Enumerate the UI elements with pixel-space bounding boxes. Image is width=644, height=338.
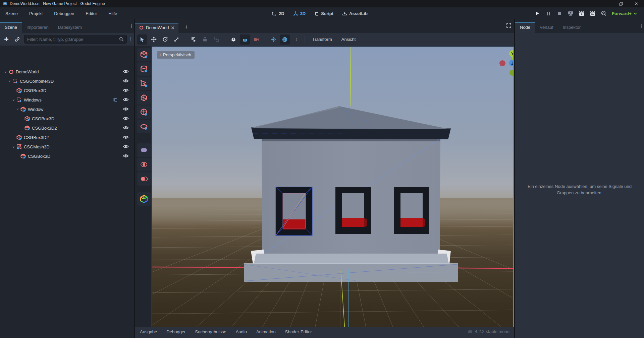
- visibility-eye-icon[interactable]: [123, 97, 129, 103]
- close-button[interactable]: ✕: [629, 0, 644, 7]
- visibility-eye-icon[interactable]: [123, 144, 129, 149]
- tree-row-csgbox3d-5[interactable]: CSGBox3D: [1, 114, 133, 123]
- movie-maker-button[interactable]: [600, 10, 607, 17]
- menu-szene[interactable]: Szene: [4, 10, 19, 17]
- bottom-tab-audio[interactable]: Audio: [236, 329, 247, 334]
- visibility-eye-icon[interactable]: [123, 153, 129, 159]
- expand-arrow[interactable]: ˅: [15, 108, 20, 111]
- menu-projekt[interactable]: Projekt: [28, 10, 44, 17]
- group-node-button[interactable]: [211, 35, 221, 45]
- csg-union-button[interactable]: [137, 143, 151, 157]
- main-viewport-column: DemoWorld ＋: [135, 19, 514, 338]
- move-tool-button[interactable]: [149, 35, 159, 45]
- play-scene-button[interactable]: [578, 10, 585, 17]
- workspace-3d-button[interactable]: 3D: [293, 11, 306, 16]
- bottom-tab-suchergebnisse[interactable]: Suchergebnisse: [195, 329, 226, 334]
- sun-environment-settings-icon[interactable]: ⁞: [291, 35, 301, 45]
- play-button[interactable]: [534, 10, 541, 17]
- visibility-eye-icon[interactable]: [123, 116, 129, 121]
- expand-arrow[interactable]: ˅: [11, 98, 16, 102]
- select-tool-button[interactable]: [137, 35, 147, 45]
- local-space-button[interactable]: [228, 35, 238, 45]
- expand-arrow[interactable]: ˅: [3, 70, 8, 74]
- scale-tool-button[interactable]: [171, 35, 181, 45]
- workspace-script-button[interactable]: Script: [314, 11, 333, 16]
- tree-row-csgbox3d2-6[interactable]: CSGBox3D2: [1, 123, 133, 133]
- visibility-eye-icon[interactable]: [123, 78, 129, 84]
- view-menu[interactable]: Ansicht: [337, 37, 360, 42]
- tab-importieren[interactable]: Importieren: [22, 22, 53, 33]
- tree-options-icon[interactable]: ⁞: [130, 37, 131, 42]
- tab-verlauf[interactable]: Verlauf: [535, 22, 558, 33]
- csg-intersection-button[interactable]: [137, 158, 151, 171]
- menu-debuggen[interactable]: Debuggen: [53, 10, 75, 17]
- tab-inspektor[interactable]: Inspektor: [558, 22, 585, 33]
- visibility-eye-icon[interactable]: [123, 125, 129, 131]
- lock-node-button[interactable]: [200, 35, 210, 45]
- combiner-icon: [16, 97, 22, 103]
- visibility-eye-icon[interactable]: [123, 135, 129, 140]
- stop-button[interactable]: [556, 10, 563, 17]
- bottom-tab-animation[interactable]: Animation: [256, 329, 276, 334]
- visibility-eye-icon[interactable]: [123, 69, 129, 74]
- perspective-menu[interactable]: ⁞ Perspektivisch: [157, 51, 195, 59]
- expand-arrow[interactable]: ˅: [7, 79, 12, 83]
- csg-mesh-button[interactable]: [137, 91, 151, 105]
- tree-row-windows-3[interactable]: ˅Windows: [1, 95, 133, 105]
- add-node-button[interactable]: ✚: [3, 36, 10, 43]
- camera-override-button[interactable]: [251, 35, 261, 45]
- tree-row-csgmesh3d-8[interactable]: ˅CSGMesh3D: [1, 142, 133, 151]
- script-attached-icon[interactable]: [113, 97, 118, 103]
- scene-filter-field[interactable]: [24, 35, 127, 44]
- rotate-tool-button[interactable]: [160, 35, 170, 45]
- gizmo-color-cube-button[interactable]: [137, 192, 151, 206]
- tab-node[interactable]: Node: [515, 22, 535, 33]
- menu-editor[interactable]: Editor: [84, 10, 98, 17]
- transform-menu[interactable]: Transform: [308, 37, 336, 42]
- workspace-assetlib-button[interactable]: AssetLib: [342, 11, 368, 16]
- tab-szene[interactable]: Szene: [0, 22, 22, 33]
- tree-row-csgcombiner3d-1[interactable]: ˅CSGCombiner3D: [1, 76, 133, 86]
- csg-polygon-button[interactable]: [137, 77, 151, 90]
- menu-hilfe[interactable]: Hilfe: [107, 10, 118, 17]
- scene-filter-input[interactable]: [27, 37, 119, 42]
- workspace-switcher: 2D 3D Script AssetLib: [272, 7, 368, 19]
- expand-viewport-icon[interactable]: [506, 23, 512, 28]
- csg-torus-button[interactable]: [137, 120, 151, 133]
- new-scene-tab-button[interactable]: ＋: [178, 23, 194, 33]
- expand-arrow[interactable]: ˅: [11, 145, 16, 149]
- dock-menu-icon[interactable]: ⁞: [131, 23, 132, 29]
- list-select-button[interactable]: [189, 35, 199, 45]
- instance-scene-button[interactable]: [13, 37, 21, 42]
- pause-button[interactable]: [545, 10, 552, 17]
- tree-row-csgbox3d-9[interactable]: CSGBox3D: [1, 151, 133, 161]
- preview-sun-button[interactable]: [268, 35, 278, 45]
- tree-row-csgbox3d-2[interactable]: CSGBox3D: [1, 86, 133, 95]
- tab-dateisystem[interactable]: Dateisystem: [53, 22, 87, 33]
- right-dock-menu-icon[interactable]: ⁞: [641, 23, 642, 29]
- tree-row-csgbox3d2-7[interactable]: CSGBox3D2: [1, 133, 133, 142]
- bottom-tab-debugger[interactable]: Debugger: [166, 329, 185, 334]
- remote-debug-button[interactable]: [567, 10, 574, 17]
- renderer-selector[interactable]: Forward+: [612, 7, 637, 19]
- csg-sphere-button[interactable]: [137, 106, 151, 119]
- bottom-tab-ausgabe[interactable]: Ausgabe: [140, 329, 157, 334]
- visibility-eye-icon[interactable]: [123, 107, 129, 112]
- csg-cylinder-button[interactable]: [137, 62, 151, 76]
- csg-box-button[interactable]: [137, 48, 151, 61]
- workspace-2d-button[interactable]: 2D: [272, 11, 284, 16]
- visibility-eye-icon[interactable]: [123, 88, 129, 93]
- play-custom-scene-button[interactable]: [589, 10, 596, 17]
- viewport-3d[interactable]: Y Z X ⁞ Perspektivisch: [152, 47, 514, 338]
- minimize-button[interactable]: ─: [598, 0, 613, 7]
- version-info[interactable]: 4.2.2.stable.mono: [468, 329, 509, 334]
- close-tab-icon[interactable]: [171, 26, 174, 29]
- tree-row-demoworld-0[interactable]: ˅DemoWorld: [1, 67, 133, 76]
- csg-subtraction-button[interactable]: [137, 172, 151, 186]
- scene-tab-demoworld[interactable]: DemoWorld: [135, 23, 178, 33]
- tree-row-window-4[interactable]: ˅Window: [1, 105, 133, 114]
- snap-toggle-button[interactable]: [240, 35, 250, 45]
- bottom-tab-shader-editor[interactable]: Shader-Editor: [285, 329, 312, 334]
- preview-environment-button[interactable]: [280, 35, 290, 45]
- restore-button[interactable]: [613, 0, 629, 7]
